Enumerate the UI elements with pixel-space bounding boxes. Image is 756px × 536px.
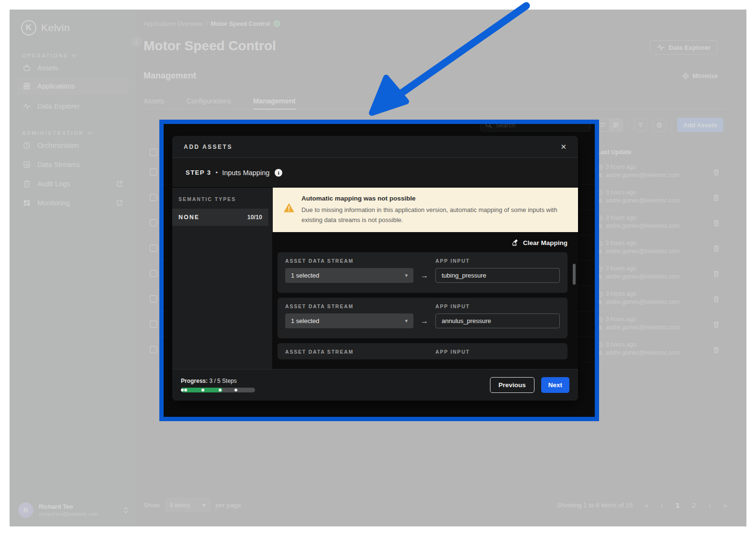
- step-label: STEP 3: [186, 169, 211, 176]
- clear-mapping-button[interactable]: Clear Mapping: [512, 239, 567, 246]
- close-icon[interactable]: ✕: [560, 143, 567, 151]
- asset-data-stream-select[interactable]: 1 selected ▾: [285, 268, 413, 283]
- asset-data-stream-select[interactable]: 1 selected ▾: [285, 313, 413, 328]
- progress-step-dot: [201, 389, 204, 391]
- previous-button[interactable]: Previous: [490, 377, 534, 393]
- clear-mapping-label: Clear Mapping: [523, 239, 567, 246]
- step-indicator: STEP 3 • Inputs Mapping i: [172, 158, 578, 188]
- info-icon[interactable]: i: [275, 169, 282, 177]
- wizard-progress: Progress: 3 / 5 Steps: [181, 378, 255, 392]
- step-name: Inputs Mapping: [222, 169, 269, 177]
- progress-step-dot: [234, 389, 237, 391]
- warning-body: Due to missing information in this appli…: [301, 205, 568, 225]
- app-input-field[interactable]: [435, 313, 560, 328]
- semantic-types-header: SEMANTIC TYPES: [178, 196, 236, 202]
- progress-label: Progress:: [181, 378, 208, 384]
- select-value: 1 selected: [291, 272, 319, 279]
- kelvin-app-window: K Kelvin ‹ OPERATIONS Assets Application…: [10, 10, 746, 526]
- progress-value: 3 / 5 Steps: [209, 378, 236, 384]
- asset-data-stream-label: ASSET DATA STREAM: [285, 258, 413, 264]
- warning-icon: [283, 202, 295, 213]
- mapping-row-partial: ASSET DATA STREAM APP INPUT: [278, 343, 567, 359]
- mapping-row: ASSET DATA STREAM APP INPUT 1 selected ▾…: [278, 298, 567, 338]
- warning-banner: Automatic mapping was not possible Due t…: [273, 188, 578, 232]
- semantic-type-label: NONE: [178, 214, 200, 221]
- semantic-types-panel: SEMANTIC TYPES NONE 10/10: [172, 188, 273, 369]
- mapping-row: ASSET DATA STREAM APP INPUT 1 selected ▾…: [278, 252, 567, 293]
- progress-step-dot: [184, 389, 187, 391]
- semantic-type-count: 10/10: [247, 214, 262, 221]
- progress-bar: [181, 388, 255, 392]
- app-input-label: APP INPUT: [435, 303, 560, 309]
- arrow-right-icon: →: [413, 271, 435, 280]
- modal-title: ADD ASSETS: [184, 144, 233, 150]
- select-value: 1 selected: [291, 317, 319, 324]
- add-assets-modal: ADD ASSETS ✕ STEP 3 • Inputs Mapping i S…: [172, 136, 578, 401]
- caret-down-icon: ▾: [405, 318, 408, 324]
- asset-data-stream-label: ASSET DATA STREAM: [285, 303, 413, 309]
- app-input-label: APP INPUT: [435, 349, 560, 355]
- semantic-type-none-item[interactable]: NONE 10/10: [172, 209, 268, 226]
- caret-down-icon: ▾: [405, 272, 408, 279]
- asset-data-stream-label: ASSET DATA STREAM: [285, 349, 413, 355]
- modal-header: ADD ASSETS ✕: [172, 136, 578, 158]
- progress-step-dot: [181, 389, 184, 391]
- scrollbar-thumb[interactable]: [573, 264, 576, 285]
- app-input-label: APP INPUT: [435, 258, 560, 264]
- progress-step-dot: [219, 389, 222, 391]
- broom-icon: [512, 239, 519, 246]
- page: K Kelvin ‹ OPERATIONS Assets Application…: [0, 0, 756, 536]
- warning-title: Automatic mapping was not possible: [301, 195, 568, 202]
- arrow-right-icon: →: [413, 317, 435, 325]
- inputs-mapping-panel: Automatic mapping was not possible Due t…: [273, 188, 578, 369]
- mapping-list: Clear Mapping ASSET DATA STREAM APP INPU…: [273, 232, 578, 369]
- step-bullet: •: [216, 169, 218, 176]
- modal-footer: Progress: 3 / 5 Steps Previous Next: [172, 369, 578, 401]
- app-input-field[interactable]: [435, 268, 560, 283]
- next-button[interactable]: Next: [541, 377, 569, 393]
